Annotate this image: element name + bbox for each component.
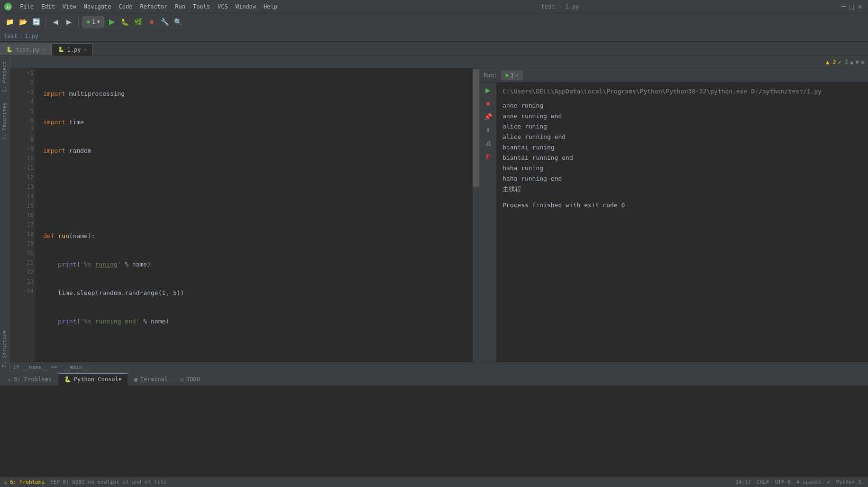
left-tab-project[interactable]: 1: Project [0,56,9,97]
left-tab-structure[interactable]: 7: Structure [0,325,9,372]
tab-python-console-label: Python Console [74,376,122,383]
scroll-to-end-btn[interactable]: ⬇ [483,124,494,136]
output-alice-runing: alice runing [503,121,862,132]
breadcrumb-text: if __name__ == '__main__' [13,364,92,370]
nav-up-btn[interactable]: ▲ [850,59,853,65]
status-encoding[interactable]: UTF-8 [775,479,791,485]
menu-vcs[interactable]: VCS [214,2,232,11]
gutter-line-11: ▽11 [9,163,36,173]
fold-6[interactable]: ▽ [27,118,29,123]
file-tabs-bar: 🐍 test.py ✕ 🐍 1.py ✕ [0,42,868,56]
fold-24[interactable]: ▽ [23,289,26,294]
gutter-line-17: 17 [9,220,36,230]
gutter-line-22: 22 [9,267,36,277]
tab-test-py[interactable]: 🐍 test.py ✕ [0,43,52,55]
menu-edit[interactable]: Edit [37,2,59,11]
output-anne-running-end: anne running end [503,111,862,121]
fold-1[interactable]: ▽ [27,71,29,75]
tab-python-console[interactable]: 🐍 Python Console [58,373,128,386]
fold-11[interactable]: ▽ [23,165,26,170]
gutter-line-21: 21 [9,258,36,267]
output-haha-running-end: haha running end [503,174,862,184]
fold-9[interactable]: ▽ [27,147,29,151]
tab-terminal[interactable]: ▣ Terminal [128,373,174,386]
open-btn[interactable]: 📂 [17,16,28,28]
tab-todo[interactable]: ☑ TODO [174,373,206,386]
python-console-icon: 🐍 [64,376,71,383]
status-indent[interactable]: 4 spaces [796,479,822,485]
status-git[interactable]: ✔ [827,479,831,485]
menu-view[interactable]: View [59,2,80,11]
editor-scrollbar[interactable] [473,68,479,362]
run-output: C:\Users\DELL\AppData\Local\Programs\Pyt… [497,83,868,362]
pin-tab-btn[interactable]: 📌 [483,111,494,122]
menu-file[interactable]: File [16,2,37,11]
code-editor[interactable]: import multiprocessing import time impor… [36,68,473,362]
rerun-btn[interactable]: ▶ [483,84,494,96]
gutter-line-24: ▽24 [9,286,36,296]
search-btn[interactable]: 🔍 [173,16,184,28]
back-btn[interactable]: ◀ [50,16,61,28]
status-warning-msg[interactable]: PEP 8: W292 no newline at end of file [50,479,166,485]
menu-bar: py File Edit View Navigate Code Refactor… [0,0,868,13]
menu-window[interactable]: Window [232,2,260,11]
inspection-menu-btn[interactable]: ≡ [861,59,864,65]
menu-help[interactable]: Help [260,2,281,11]
menu-tools[interactable]: Tools [189,2,214,11]
gutter-line-16: 16 [9,211,36,220]
minimize-btn[interactable]: ─ [841,2,846,11]
tab-problems-label: 6: Problems [14,376,51,383]
status-problems[interactable]: ⚠ 6: Problems [4,479,45,485]
code-line-1: import multiprocessing [39,89,473,99]
settings-btn[interactable]: 🔧 [159,16,171,28]
gutter-line-7: 7 [9,125,36,135]
sync-btn[interactable]: 🔄 [30,16,42,28]
run-btn[interactable]: ▶ [106,16,118,28]
stop-btn[interactable]: ■ [146,16,157,28]
close-btn[interactable]: ✕ [858,2,862,11]
tab-close-test[interactable]: ✕ [43,47,46,52]
menu-navigate[interactable]: Navigate [80,2,115,11]
run-panel-header: Run: ● 1 ✕ [480,68,868,83]
gutter-line-13: 13 [9,182,36,192]
run-tab[interactable]: ● 1 ✕ [501,71,523,80]
code-line-3: import random [39,146,473,156]
new-project-btn[interactable]: 📁 [4,16,15,28]
code-line-4 [39,175,473,184]
crumb-file[interactable]: 1.py [25,33,38,39]
tab-close-1[interactable]: ✕ [84,47,87,52]
code-line-9: print('%s running end' % name) [39,317,473,326]
line-number-gutter: ▽1 2 ▽3 4 5 ▽6 7 8 ▽9 10 ▽11 12 13 14 15… [9,68,36,362]
gutter-line-23: 23 [9,277,36,286]
nav-down-btn[interactable]: ▼ [856,59,859,65]
gutter-line-6: ▽6 [9,116,36,125]
status-python[interactable]: Python 3. [836,479,864,485]
editor-container: ▲ 2 ✔ 2 ▲ ▼ ≡ ▽1 2 ▽3 4 5 ▽6 7 8 ▽9 10 [9,56,868,372]
left-tab-favorites[interactable]: 2: Favorites [0,97,9,145]
fold-3[interactable]: ▽ [27,90,29,94]
print-btn[interactable]: 🖨 [483,138,494,149]
gutter-line-14: 14 [9,192,36,201]
maximize-btn[interactable]: □ [850,2,854,11]
crumb-project[interactable]: test [4,33,18,39]
run-tab-close[interactable]: ✕ [516,73,519,78]
problems-icon: ⚠ [8,376,11,383]
tab-label-1: 1.py [67,46,81,53]
forward-btn[interactable]: ▶ [63,16,74,28]
status-position[interactable]: 24:17 [735,479,751,485]
stop-run-btn[interactable]: ■ [483,98,494,109]
menu-refactor[interactable]: Refactor [136,2,171,11]
tab-problems[interactable]: ⚠ 6: Problems [2,373,57,386]
code-line-6: def run(name): [39,231,473,241]
debug-btn[interactable]: 🐛 [119,16,131,28]
run-toolbar: ▶ ■ 📌 ⬇ 🖨 🗑 [480,83,497,362]
tab-1-py[interactable]: 🐍 1.py ✕ [52,43,93,55]
run-config-selector[interactable]: ● 1 ▼ [82,16,104,28]
gutter-line-8: 8 [9,135,36,144]
gutter-line-4: 4 [9,97,36,106]
menu-code[interactable]: Code [115,2,137,11]
status-line-sep[interactable]: CRLF [757,479,769,485]
menu-run[interactable]: Run [171,2,189,11]
coverage-btn[interactable]: 🌿 [133,16,144,28]
clear-btn[interactable]: 🗑 [483,151,494,162]
